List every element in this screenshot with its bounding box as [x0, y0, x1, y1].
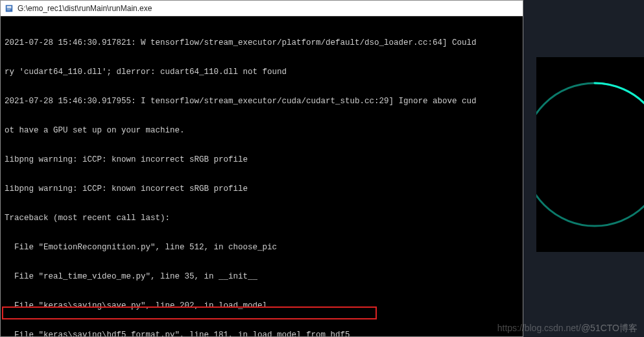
console-line: Traceback (most recent call last): — [5, 214, 519, 223]
svg-point-4 — [536, 83, 644, 226]
console-line: ry 'cudart64_110.dll'; dlerror: cudart64… — [5, 68, 519, 77]
console-output[interactable]: 2021-07-28 15:46:30.917821: W tensorflow… — [1, 16, 523, 336]
console-line: ot have a GPU set up on your machine. — [5, 126, 519, 136]
console-line: File "keras\saving\hdf5_format.py", line… — [5, 331, 519, 336]
console-line: 2021-07-28 15:46:30.917955: I tensorflow… — [5, 97, 519, 106]
console-line: File "keras\saving\save.py", line 202, i… — [5, 301, 519, 311]
console-line: File "EmotionRecongnition.py", line 512,… — [5, 243, 519, 253]
app-icon — [5, 4, 14, 13]
right-pane — [523, 0, 644, 337]
window-title: G:\emo_rec1\dist\runMain\runMain.exe — [18, 4, 152, 13]
window-title-bar[interactable]: G:\emo_rec1\dist\runMain\runMain.exe — [1, 1, 523, 16]
console-line: libpng warning: iCCP: known incorrect sR… — [5, 155, 519, 165]
progress-ring-icon — [536, 70, 644, 239]
svg-rect-3 — [7, 9, 10, 10]
console-line: 2021-07-28 15:46:30.917821: W tensorflow… — [5, 38, 519, 48]
console-line: libpng warning: iCCP: known incorrect sR… — [5, 184, 519, 194]
svg-rect-2 — [7, 8, 12, 9]
progress-ring-widget — [536, 57, 644, 252]
console-window: G:\emo_rec1\dist\runMain\runMain.exe 202… — [0, 0, 523, 337]
svg-rect-1 — [7, 6, 12, 8]
console-line: File "real_time_video_me.py", line 35, i… — [5, 272, 519, 282]
